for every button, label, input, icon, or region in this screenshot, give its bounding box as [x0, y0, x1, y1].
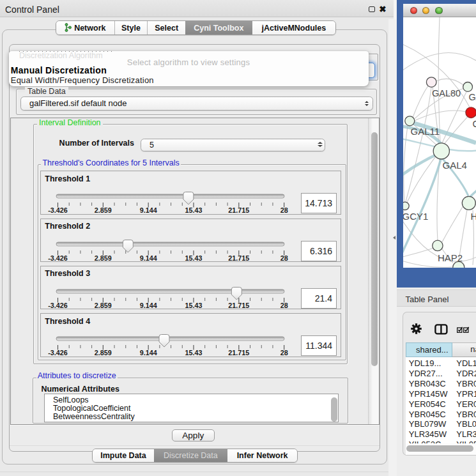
- svg-text:21.715: 21.715: [228, 206, 249, 214]
- svg-text:9.144: 9.144: [140, 254, 157, 262]
- svg-text:28: 28: [280, 206, 288, 214]
- svg-text:-3.426: -3.426: [48, 206, 68, 214]
- svg-text:21.715: 21.715: [228, 254, 249, 262]
- svg-text:GCY1: GCY1: [403, 211, 428, 222]
- svg-text:-3.426: -3.426: [48, 254, 68, 262]
- svg-text:HAP2: HAP2: [438, 252, 463, 263]
- svg-text:2.859: 2.859: [95, 254, 112, 262]
- svg-text:HIS4: HIS4: [471, 211, 476, 222]
- svg-text:21.715: 21.715: [228, 349, 249, 357]
- svg-text:2.859: 2.859: [95, 206, 112, 214]
- svg-text:GAL1: GAL1: [469, 92, 476, 102]
- svg-text:2.859: 2.859: [95, 349, 112, 357]
- svg-text:9.144: 9.144: [140, 349, 157, 357]
- svg-text:15.43: 15.43: [185, 349, 202, 357]
- svg-text:15.43: 15.43: [185, 254, 202, 262]
- svg-text:9.144: 9.144: [140, 206, 157, 214]
- svg-text:28: 28: [280, 349, 288, 357]
- svg-text:GAL80: GAL80: [432, 88, 461, 98]
- svg-text:-3.426: -3.426: [48, 349, 68, 357]
- svg-text:GAL4: GAL4: [443, 160, 467, 171]
- svg-text:28: 28: [280, 254, 288, 262]
- svg-text:21.715: 21.715: [228, 302, 249, 309]
- svg-text:GAL11: GAL11: [411, 126, 440, 137]
- svg-text:15.43: 15.43: [185, 206, 202, 214]
- svg-text:15.43: 15.43: [185, 302, 202, 309]
- svg-text:28: 28: [280, 302, 288, 309]
- svg-text:9.144: 9.144: [140, 302, 157, 309]
- svg-text:CDC2: CDC2: [473, 119, 476, 129]
- svg-text:-3.426: -3.426: [48, 302, 68, 309]
- svg-text:2.859: 2.859: [95, 302, 112, 309]
